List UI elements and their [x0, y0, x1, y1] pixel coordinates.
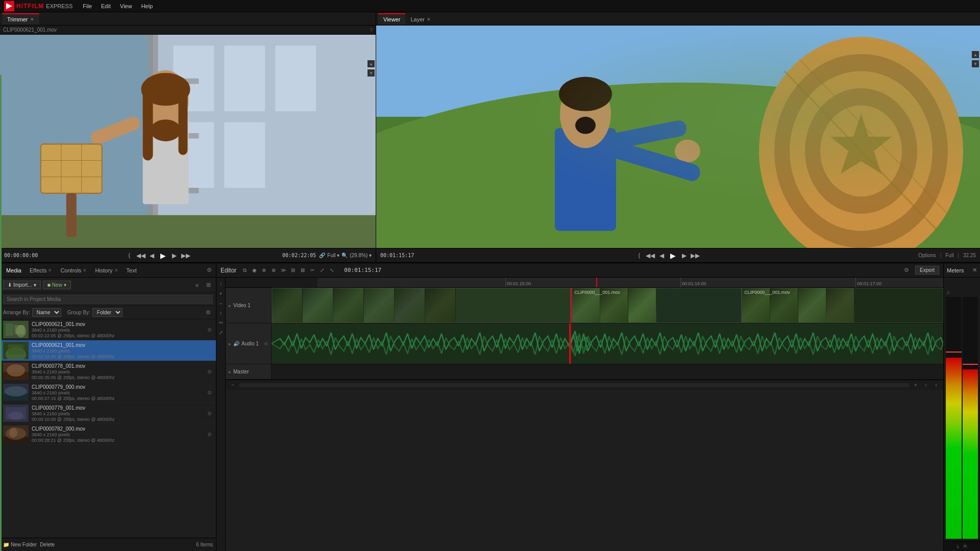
media-item-1[interactable]: CLIP0000621_001.mov 3840 x 2160 pixels 0…	[0, 340, 216, 361]
viewer-ctrl-1[interactable]: ▲	[972, 51, 979, 58]
export-button[interactable]: Export	[915, 266, 939, 274]
editor-title: Editor	[220, 267, 236, 274]
tl-tool-1[interactable]: ↕	[217, 280, 225, 288]
editor-ctrl-9[interactable]: ⤢	[318, 266, 326, 274]
tl-tool-4[interactable]: ↕	[217, 309, 225, 317]
viewer-tab[interactable]: Viewer	[378, 13, 405, 24]
editor-ctrl-8[interactable]: ✂	[308, 266, 316, 274]
trimmer-tab-close[interactable]: ✕	[30, 17, 34, 22]
tl-tool-bottom-1[interactable]: ↕	[922, 381, 930, 389]
media-item-2[interactable]: CLIP0000778_001.mov 3840 x 2160 pixels 0…	[0, 361, 216, 382]
media-item-4[interactable]: CLIP0000779_001.mov 3840 x 2160 pixels 0…	[0, 403, 216, 424]
tab-controls[interactable]: Controls ✕	[56, 265, 91, 276]
new-folder-button[interactable]: 📁 New Folder	[3, 542, 37, 547]
editor-ctrl-1[interactable]: ⧉	[240, 266, 249, 274]
zoom-label: Full ▾	[327, 253, 339, 258]
media-settings-icon[interactable]: ⚙	[205, 266, 214, 275]
meter-L	[946, 297, 962, 539]
menu-file[interactable]: File	[79, 2, 96, 10]
master-track-expand[interactable]: ▸	[229, 369, 231, 374]
trimmer-ctrl-1[interactable]: ▲	[368, 60, 375, 67]
meters-close-btn[interactable]: ✕	[972, 267, 977, 273]
tl-tool-6[interactable]: ⤢	[217, 328, 225, 336]
trimmer-ctrl-2[interactable]: ▼	[368, 69, 375, 77]
audio-track-expand[interactable]: ▸	[229, 341, 231, 346]
media-item-5[interactable]: CLIP0000782_000.mov 3840 x 2160 pixels 0…	[0, 424, 216, 445]
viewer-ctrl-2[interactable]: ▼	[972, 60, 979, 67]
delete-button[interactable]: Delete	[40, 542, 55, 547]
step-fwd-btn[interactable]: ▶	[170, 251, 179, 260]
media-item-settings-2[interactable]: ⚙	[206, 368, 213, 375]
import-button[interactable]: ⬇ Import... ▾	[3, 281, 41, 289]
video-clip-3[interactable]: CLIP0000___001.mov	[742, 288, 943, 323]
editor-ctrl-2[interactable]: ◉	[250, 266, 258, 274]
video-playhead	[571, 288, 572, 323]
video-clip-2[interactable]: CLIP0000___001.mov	[572, 288, 742, 323]
grid-view-icon[interactable]: ⊞	[204, 281, 213, 290]
media-item-settings-5[interactable]: ⚙	[206, 431, 213, 438]
media-item-settings-3[interactable]: ⚙	[206, 389, 213, 396]
editor-ctrl-3[interactable]: ⊕	[260, 266, 268, 274]
arrange-select[interactable]: Name Date Type	[32, 308, 61, 317]
viewer-prev-btn[interactable]: ◀◀	[646, 251, 655, 260]
tl-tool-2[interactable]: +	[217, 289, 225, 297]
tl-tool-bottom-2[interactable]: ↕	[932, 381, 940, 389]
timeline-scrollbar[interactable]	[239, 383, 910, 387]
audio-settings-icon[interactable]: ⚙	[264, 341, 268, 346]
set-in-btn[interactable]: ⟨	[125, 251, 134, 260]
list-view-icon[interactable]: ≡	[192, 281, 202, 290]
media-panel: Media Effects ✕ Controls ✕ History ✕ Tex…	[0, 263, 216, 551]
svg-point-57	[5, 386, 27, 396]
arrange-settings-icon[interactable]: ⚙	[204, 308, 213, 317]
trimmer-tab[interactable]: Trimmer ✕	[2, 13, 39, 24]
tl-tool-5[interactable]: ✂	[217, 318, 225, 327]
viewer-step-back-btn[interactable]: ◀	[657, 251, 666, 260]
new-button[interactable]: New ▾	[43, 281, 71, 289]
editor-ctrl-7[interactable]: ⊠	[299, 266, 307, 274]
viewer-next-btn[interactable]: ▶▶	[691, 251, 700, 260]
layer-tab-close[interactable]: ✕	[427, 17, 431, 22]
group-select[interactable]: Folder Type	[92, 308, 122, 317]
svg-rect-28	[376, 26, 980, 117]
effects-tab-close[interactable]: ✕	[48, 268, 52, 273]
media-item-settings-4[interactable]: ⚙	[206, 410, 213, 417]
editor-ctrl-6[interactable]: ⊞	[289, 266, 297, 274]
viewer-step-fwd-btn[interactable]: ▶	[679, 251, 689, 260]
controls-tab-close[interactable]: ✕	[83, 268, 87, 273]
media-item-3[interactable]: CLIP0000779_000.mov 3840 x 2160 pixels 0…	[0, 382, 216, 403]
media-item-settings-0[interactable]: ⚙	[206, 326, 213, 333]
trimmer-help[interactable]: ?	[370, 27, 373, 33]
trimmer-subheader: CLIP0000621_001.mov ?	[0, 26, 376, 35]
tab-effects[interactable]: Effects ✕	[26, 265, 56, 276]
layer-tab[interactable]: Layer ✕	[405, 13, 436, 24]
tl-zoom-in[interactable]: +	[912, 381, 920, 389]
viewer-play-btn[interactable]: ▶	[668, 251, 677, 260]
search-input[interactable]	[3, 295, 213, 304]
viewer-options[interactable]: Options	[918, 253, 936, 258]
video-clip-1[interactable]	[272, 288, 571, 323]
tab-text[interactable]: Text	[122, 265, 141, 276]
viewer-video-area: ▲ ▼	[376, 26, 980, 248]
editor-ctrl-10[interactable]: ⤡	[328, 266, 336, 274]
editor-ctrl-5[interactable]: ≫	[279, 266, 287, 274]
viewer-full[interactable]: Full	[945, 253, 953, 258]
editor-ctrl-4[interactable]: ⊗	[270, 266, 278, 274]
editor-settings-icon[interactable]: ⚙	[902, 266, 911, 275]
video-track-expand[interactable]: ▸	[229, 303, 231, 308]
media-name-5: CLIP0000782_000.mov	[32, 426, 203, 432]
next-frame-btn[interactable]: ▶▶	[181, 251, 190, 260]
tl-zoom-out[interactable]: −	[229, 381, 237, 389]
history-tab-close[interactable]: ✕	[114, 268, 118, 273]
step-back-btn[interactable]: ◀	[148, 251, 157, 260]
tab-media[interactable]: Media	[2, 265, 26, 276]
tl-tool-3[interactable]: –	[217, 299, 225, 307]
trimmer-timecode-right: 00:02:22:05	[275, 253, 316, 258]
menu-edit[interactable]: Edit	[97, 2, 115, 10]
prev-frame-btn[interactable]: ◀◀	[136, 251, 145, 260]
play-btn[interactable]: ▶	[159, 251, 168, 260]
menu-help[interactable]: Help	[137, 2, 157, 10]
viewer-in-btn[interactable]: ⟨	[634, 251, 644, 260]
tab-history[interactable]: History ✕	[91, 265, 122, 276]
media-item-0[interactable]: CLIP0000621_001.mov 3840 x 2160 pixels 0…	[0, 319, 216, 340]
menu-view[interactable]: View	[116, 2, 136, 10]
